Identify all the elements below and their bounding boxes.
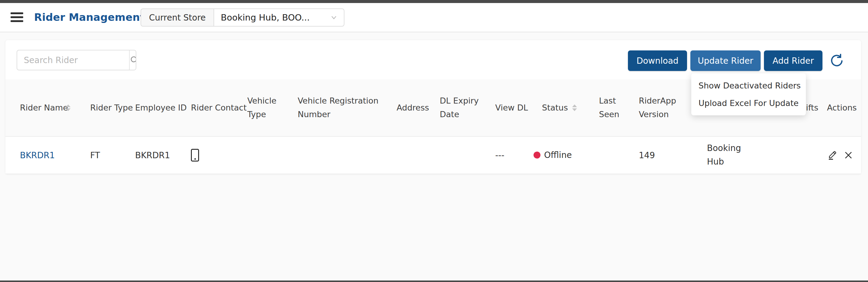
sort-icon[interactable] <box>572 105 577 111</box>
column-header-actions: Actions <box>827 79 861 137</box>
shifts-cell <box>796 137 827 174</box>
column-header-address: Address <box>397 79 440 137</box>
top-window-strip <box>0 0 868 3</box>
search-icon[interactable] <box>129 50 136 70</box>
status-offline-dot-icon <box>533 151 540 159</box>
store-dropdown-value: Booking Hub, BOO... <box>221 12 331 23</box>
address-cell <box>397 137 440 174</box>
vehicle-registration-cell <box>298 137 397 174</box>
column-header-employee-id: Employee ID <box>135 79 191 137</box>
status-cell: Offline <box>542 137 599 174</box>
edit-icon[interactable] <box>827 150 837 160</box>
rider-type-cell: FT <box>90 137 135 174</box>
sort-icon[interactable] <box>66 105 70 111</box>
refresh-icon[interactable] <box>829 53 844 68</box>
riderapp-version-cell: 149 <box>639 137 707 174</box>
dl-expiry-cell <box>440 137 495 174</box>
column-header-vehicle-type: Vehicle Type <box>247 79 298 137</box>
download-button[interactable]: Download <box>628 50 687 71</box>
rider-contact-cell <box>191 137 247 174</box>
column-header-view-dl: View DL <box>495 79 542 137</box>
column-header-vehicle-registration-number: Vehicle Registration Number <box>298 79 397 137</box>
vehicle-type-cell <box>247 137 298 174</box>
chevron-down-icon <box>331 14 337 21</box>
bottom-window-strip <box>0 281 868 282</box>
store-cell: Booking Hub <box>707 137 796 174</box>
app-bar: Rider Management Current Store Booking H… <box>0 3 868 32</box>
status-text: Offline <box>544 150 572 160</box>
menu-item-show-deactivated-riders[interactable]: Show Deactivated Riders <box>691 79 806 92</box>
current-store-label: Current Store <box>141 8 214 27</box>
hamburger-menu-icon[interactable] <box>10 12 23 23</box>
search-input[interactable] <box>17 50 129 70</box>
update-rider-button[interactable]: Update Rider <box>690 50 761 71</box>
column-header-rider-contact: Rider Contact <box>191 79 247 137</box>
column-header-last-seen: Last Seen <box>599 79 639 137</box>
store-selector: Current Store Booking Hub, BOO... <box>141 8 344 27</box>
actions-cell <box>827 137 861 174</box>
column-header-rider-type: Rider Type <box>90 79 135 137</box>
phone-icon[interactable] <box>191 149 199 162</box>
table-row: BKRDR1 FT BKRDR1 --- Offline 149 Booking <box>5 137 861 174</box>
employee-id-cell: BKRDR1 <box>135 137 191 174</box>
rider-name-link[interactable]: BKRDR1 <box>20 150 55 160</box>
add-rider-button[interactable]: Add Rider <box>764 50 823 71</box>
rider-management-screen: Rider Management Current Store Booking H… <box>0 0 868 282</box>
search-box <box>17 50 136 70</box>
last-seen-cell <box>599 137 639 174</box>
page-title: Rider Management <box>34 11 145 23</box>
column-header-dl-expiry-date: DL Expiry Date <box>440 79 495 137</box>
update-rider-menu: Show Deactivated Riders Upload Excel For… <box>691 74 806 115</box>
store-dropdown[interactable]: Booking Hub, BOO... <box>214 8 344 27</box>
column-header-rider-name[interactable]: Rider Name <box>5 79 90 137</box>
menu-item-upload-excel-for-update[interactable]: Upload Excel For Update <box>691 96 806 110</box>
close-icon[interactable] <box>844 151 853 160</box>
column-header-status[interactable]: Status <box>542 79 599 137</box>
